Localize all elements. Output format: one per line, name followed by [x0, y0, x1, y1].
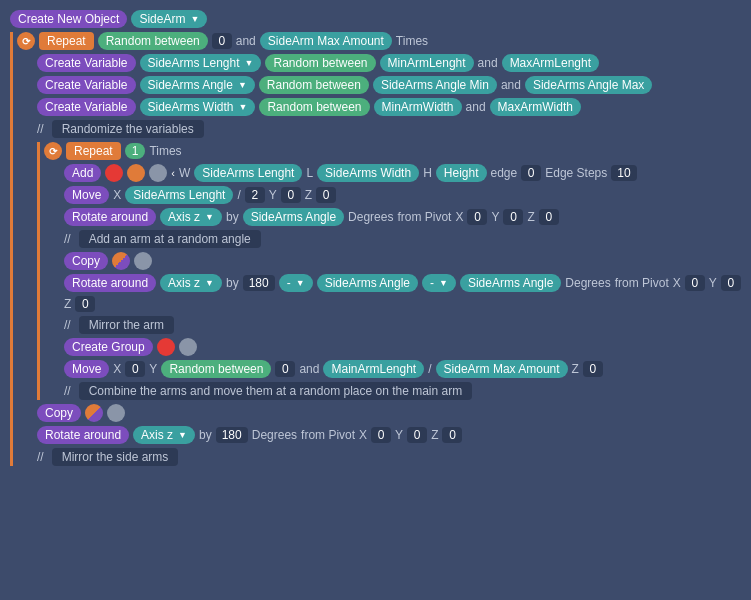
repeat-2-val[interactable]: 1	[125, 143, 146, 159]
repeat-val-0[interactable]: 0	[212, 33, 232, 49]
rotate2-z: Z	[64, 297, 71, 311]
rotate2-angle1[interactable]: SideArms Angle	[317, 274, 418, 292]
add-height[interactable]: Height	[436, 164, 487, 182]
max-arm-lenght[interactable]: MaxArmLenght	[502, 54, 599, 72]
rotate-3-row: Rotate around Axis z ▼ by 180 Degrees fr…	[37, 426, 741, 444]
copy-1-button[interactable]: Copy	[64, 252, 108, 270]
rotate2-angle2[interactable]: SideArms Angle	[460, 274, 561, 292]
move2-z-label: Z	[572, 362, 579, 376]
var-1-name[interactable]: SideArms Lenght ▼	[140, 54, 262, 72]
orange-icon	[127, 164, 145, 182]
rotate2-minus2-btn[interactable]: - ▼	[422, 274, 456, 292]
rotate1-axis[interactable]: Axis z ▼	[160, 208, 222, 226]
create-var-2-row: Create Variable SideArms Angle ▼ Random …	[37, 76, 741, 94]
rotate3-z: Z	[431, 428, 438, 442]
rotate2-valz[interactable]: 0	[75, 296, 95, 312]
rotate1-from-pivot: from Pivot	[397, 210, 451, 224]
group-gray-icon	[179, 338, 197, 356]
rotate2-degrees: Degrees	[565, 276, 610, 290]
edge-steps-val[interactable]: 10	[611, 165, 636, 181]
create-group-row: Create Group	[64, 338, 741, 356]
copy-2-row: Copy	[37, 404, 741, 422]
comment-4-text: Combine the arms and move them at a rand…	[79, 382, 473, 400]
rotate3-valx[interactable]: 0	[371, 427, 391, 443]
rotate2-x: X	[673, 276, 681, 290]
rotate1-valz[interactable]: 0	[539, 209, 559, 225]
comment-2-row: // Add an arm at a random angle	[64, 230, 741, 248]
rotate3-valy[interactable]: 0	[407, 427, 427, 443]
create-new-object-button[interactable]: Create New Object	[10, 10, 127, 28]
var1-arrow: ▼	[245, 58, 254, 68]
comment4-slash: //	[64, 384, 71, 398]
move2-random-between: Random between	[161, 360, 271, 378]
rotate-2-button[interactable]: Rotate around	[64, 274, 156, 292]
move2-main-arm[interactable]: MainArmLenght	[323, 360, 424, 378]
create-group-button[interactable]: Create Group	[64, 338, 153, 356]
rotate2-val180[interactable]: 180	[243, 275, 275, 291]
move2-and: and	[299, 362, 319, 376]
rotate2-by: by	[226, 276, 239, 290]
move2-val0[interactable]: 0	[275, 361, 295, 377]
rotate3-val180[interactable]: 180	[216, 427, 248, 443]
move1-sidearms-lenght[interactable]: SideArms Lenght	[125, 186, 233, 204]
move1-val2[interactable]: 2	[245, 187, 265, 203]
rotate2-axis[interactable]: Axis z ▼	[160, 274, 222, 292]
create-var-3-button[interactable]: Create Variable	[37, 98, 136, 116]
random-between-3: Random between	[259, 98, 369, 116]
min-arm-lenght[interactable]: MinArmLenght	[380, 54, 474, 72]
rotate1-angle[interactable]: SideArms Angle	[243, 208, 344, 226]
comment5-slash: //	[37, 450, 44, 464]
edge-val[interactable]: 0	[521, 165, 541, 181]
rotate-1-button[interactable]: Rotate around	[64, 208, 156, 226]
repeat-block-2: ⟳ Repeat 1 Times Add ‹ W SideArms Lenght…	[37, 142, 741, 400]
move2-valz[interactable]: 0	[583, 361, 603, 377]
and-3: and	[466, 100, 486, 114]
max-angle[interactable]: SideArms Angle Max	[525, 76, 652, 94]
rotate2-valy[interactable]: 0	[721, 275, 741, 291]
rotate-3-button[interactable]: Rotate around	[37, 426, 129, 444]
move1-valz[interactable]: 0	[316, 187, 336, 203]
copy2-gray-icon	[107, 404, 125, 422]
add-button[interactable]: Add	[64, 164, 101, 182]
rotate2-minus-btn[interactable]: - ▼	[279, 274, 313, 292]
rotate-1-row: Rotate around Axis z ▼ by SideArms Angle…	[64, 208, 741, 226]
rotate1-valy[interactable]: 0	[503, 209, 523, 225]
random-between-label: Random between	[98, 32, 208, 50]
var-3-name[interactable]: SideArms Width ▼	[140, 98, 256, 116]
rotate2-valx[interactable]: 0	[685, 275, 705, 291]
min-angle[interactable]: SideArms Angle Min	[373, 76, 497, 94]
min-width[interactable]: MinArmWidth	[374, 98, 462, 116]
var-2-name[interactable]: SideArms Angle ▼	[140, 76, 255, 94]
create-var-2-button[interactable]: Create Variable	[37, 76, 136, 94]
comment-5-text: Mirror the side arms	[52, 448, 179, 466]
var2-arrow: ▼	[238, 80, 247, 90]
and-2: and	[501, 78, 521, 92]
object-name-selector[interactable]: SideArm ▼	[131, 10, 207, 28]
move2-div: /	[428, 362, 431, 376]
move1-valy[interactable]: 0	[281, 187, 301, 203]
max-width[interactable]: MaxArmWidth	[490, 98, 581, 116]
group-red-icon	[157, 338, 175, 356]
move2-valx[interactable]: 0	[125, 361, 145, 377]
repeat-2-button[interactable]: Repeat	[66, 142, 121, 160]
max-amount-button[interactable]: SideArm Max Amount	[260, 32, 392, 50]
rotate1-valx[interactable]: 0	[467, 209, 487, 225]
rotate1-by: by	[226, 210, 239, 224]
move-1-button[interactable]: Move	[64, 186, 109, 204]
comment-2-text: Add an arm at a random angle	[79, 230, 261, 248]
rotate3-axis[interactable]: Axis z ▼	[133, 426, 195, 444]
repeat-button[interactable]: Repeat	[39, 32, 94, 50]
add-sidearms-lenght[interactable]: SideArms Lenght	[194, 164, 302, 182]
move1-div: /	[237, 188, 240, 202]
move2-sidearm-max[interactable]: SideArm Max Amount	[436, 360, 568, 378]
rotate3-x: X	[359, 428, 367, 442]
move2-x-label: X	[113, 362, 121, 376]
rotate3-valz[interactable]: 0	[442, 427, 462, 443]
random-between-2: Random between	[259, 76, 369, 94]
move-2-button[interactable]: Move	[64, 360, 109, 378]
repeat-icon: ⟳	[17, 32, 35, 50]
add-sidearms-width[interactable]: SideArms Width	[317, 164, 419, 182]
create-var-1-button[interactable]: Create Variable	[37, 54, 136, 72]
comment-5-row: // Mirror the side arms	[37, 448, 741, 466]
copy-2-button[interactable]: Copy	[37, 404, 81, 422]
